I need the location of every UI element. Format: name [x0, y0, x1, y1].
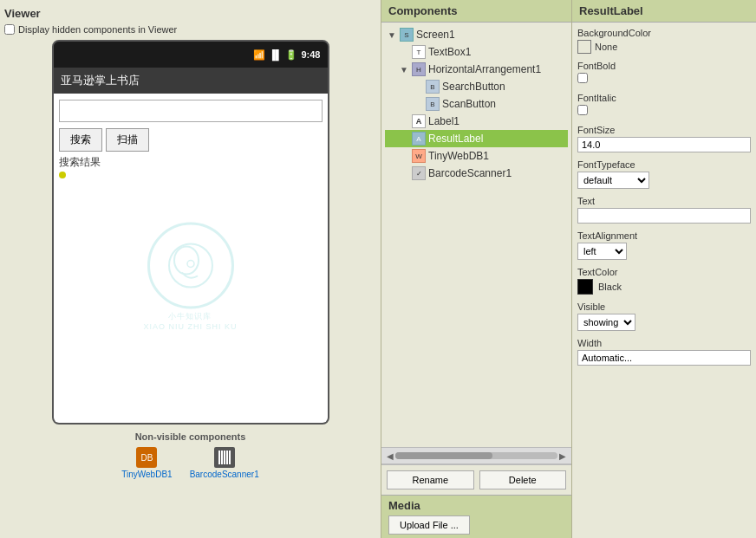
barcode-tree-icon: ✓ — [412, 166, 426, 180]
width-input[interactable] — [577, 350, 751, 366]
prop-fontsize-label: FontSize — [577, 125, 751, 135]
expand-tinywebdb1 — [399, 151, 409, 161]
visible-select[interactable]: showing hidden — [577, 314, 635, 331]
phone-buttons: 搜索 扫描 — [59, 128, 323, 152]
media-section: Media Upload File ... — [381, 495, 571, 538]
phone-scan-button[interactable]: 扫描 — [106, 128, 149, 152]
prop-textalignment: TextAlignment left center right — [577, 230, 751, 260]
tinywebdb-icon: DB — [136, 447, 157, 468]
backgroundcolor-swatch[interactable]: None — [577, 40, 751, 54]
fontbold-checkbox[interactable] — [577, 73, 588, 83]
watermark-circle — [147, 223, 233, 309]
barcodescanner-label: BarcodeScanner1 — [190, 470, 259, 479]
fontitalic-checkbox[interactable] — [577, 105, 588, 115]
prop-text-label: Text — [577, 196, 751, 206]
expand-horiz1: ▼ — [399, 64, 409, 75]
barcode-lines — [218, 450, 231, 464]
fonttypeface-select[interactable]: default serif sans serif monospace — [577, 172, 649, 189]
viewer-panel: Viewer Display hidden components in View… — [0, 0, 381, 538]
tinywebdb-icon-item[interactable]: DB TinyWebDB1 — [121, 447, 172, 479]
yellow-dot — [59, 172, 66, 178]
viewer-title: Viewer — [4, 4, 376, 24]
expand-label1 — [399, 116, 409, 126]
prop-textcolor: TextColor Black — [577, 267, 751, 295]
textalignment-select[interactable]: left center right — [577, 243, 627, 260]
screen-icon: S — [400, 28, 414, 42]
tree-screen1[interactable]: ▼ S Screen1 — [385, 26, 568, 43]
label1-label: Label1 — [428, 115, 459, 127]
scroll-left[interactable]: ◀ — [385, 451, 395, 461]
app-title: 亚马逊掌上书店 — [61, 74, 140, 87]
watermark: 小牛知识库XIAO NIU ZHI SHI KU — [143, 223, 237, 331]
properties-title: ResultLabel — [572, 0, 756, 23]
scroll-right[interactable]: ▶ — [557, 451, 568, 461]
barcode1-label: BarcodeScanner1 — [428, 167, 512, 179]
phone-title-bar: 亚马逊掌上书店 — [54, 68, 328, 94]
hidden-components-checkbox[interactable] — [4, 24, 15, 35]
tree-barcode1[interactable]: ✓ BarcodeScanner1 — [385, 165, 568, 182]
comp-bottom-buttons: Rename Delete — [381, 464, 571, 495]
prop-textalignment-label: TextAlignment — [577, 230, 751, 241]
textcolor-box — [577, 279, 593, 295]
tree-horiz1[interactable]: ▼ H HorizontalArrangement1 — [385, 61, 568, 78]
text-input[interactable] — [577, 208, 751, 224]
scroll-thumb — [395, 452, 492, 459]
scroll-track[interactable] — [395, 452, 557, 459]
resultlabel-label: ResultLabel — [428, 133, 483, 145]
svg-point-1 — [173, 247, 198, 275]
prop-fontbold: FontBold — [577, 61, 751, 86]
prop-visible-label: Visible — [577, 301, 751, 312]
prop-fontitalic-label: FontItalic — [577, 93, 751, 103]
non-visible-icons: DB TinyWebDB1 BarcodeScanner1 — [4, 447, 376, 479]
tree-textbox1[interactable]: T TextBox1 — [385, 43, 568, 61]
textcolor-row[interactable]: Black — [577, 279, 751, 295]
rename-button[interactable]: Rename — [387, 470, 474, 489]
expand-resultlabel — [399, 133, 409, 144]
svg-point-0 — [168, 244, 212, 288]
wifi-icon: 📶 — [253, 49, 265, 61]
expand-screen1: ▼ — [387, 29, 397, 40]
prop-backgroundcolor: BackgroundColor None — [577, 28, 751, 54]
prop-fontsize: FontSize — [577, 125, 751, 152]
tree-label1[interactable]: A Label1 — [385, 113, 568, 130]
properties-content: BackgroundColor None FontBold FontItalic… — [572, 23, 756, 538]
phone-status-bar: 📶 ▐▌ 🔋 9:48 — [54, 42, 328, 68]
backgroundcolor-box — [577, 40, 591, 54]
expand-scanbtn — [413, 99, 423, 109]
prop-backgroundcolor-label: BackgroundColor — [577, 28, 751, 38]
battery-icon: 🔋 — [285, 49, 297, 61]
scroll-area: ◀ ▶ — [381, 447, 571, 464]
screen1-label: Screen1 — [416, 29, 455, 41]
phone-result-area: 搜索结果 小牛知识库XIAO NIU ZHI SHI KU — [57, 155, 324, 398]
expand-searchbtn — [413, 81, 423, 92]
tinywebdb-tree-icon: W — [412, 149, 426, 163]
phone-search-result-label: 搜索结果 — [59, 155, 323, 170]
upload-file-button[interactable]: Upload File ... — [388, 515, 470, 535]
tree-tinywebdb1[interactable]: W TinyWebDB1 — [385, 147, 568, 165]
prop-fontbold-label: FontBold — [577, 61, 751, 71]
signal-icon: ▐▌ — [269, 49, 283, 60]
tinywebdb1-label: TinyWebDB1 — [428, 150, 489, 162]
tree-resultlabel[interactable]: A ResultLabel — [385, 130, 568, 147]
resultlabel-icon: A — [412, 132, 426, 146]
layout-icon: H — [412, 62, 426, 76]
fontsize-input[interactable] — [577, 137, 751, 152]
prop-text: Text — [577, 196, 751, 224]
tree-scanbtn[interactable]: B ScanButton — [385, 95, 568, 113]
tree-searchbtn[interactable]: B SearchButton — [385, 78, 568, 95]
tinywebdb-label: TinyWebDB1 — [121, 470, 172, 479]
phone-frame: 📶 ▐▌ 🔋 9:48 亚马逊掌上书店 搜索 扫描 搜索结果 — [52, 40, 329, 425]
expand-textbox1 — [399, 47, 409, 57]
components-title: Components — [381, 0, 571, 23]
phone-search-input[interactable] — [59, 100, 323, 122]
delete-button[interactable]: Delete — [479, 470, 567, 489]
horiz1-label: HorizontalArrangement1 — [428, 63, 541, 75]
prop-fontitalic: FontItalic — [577, 93, 751, 118]
textbox1-label: TextBox1 — [428, 46, 471, 58]
backgroundcolor-value: None — [595, 42, 617, 52]
phone-search-button[interactable]: 搜索 — [59, 128, 102, 152]
prop-width: Width — [577, 338, 751, 366]
textbox-icon: T — [412, 45, 426, 59]
prop-width-label: Width — [577, 338, 751, 348]
barcodescanner-icon-item[interactable]: BarcodeScanner1 — [190, 447, 259, 479]
